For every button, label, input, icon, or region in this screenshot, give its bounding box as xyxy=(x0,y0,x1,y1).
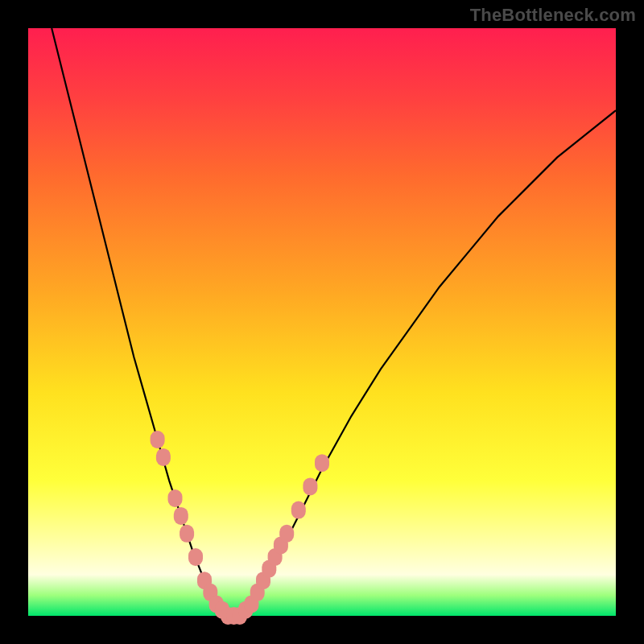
plot-area xyxy=(28,28,616,616)
curve-marker xyxy=(291,502,306,519)
curve-marker xyxy=(188,548,203,566)
curve-marker xyxy=(174,507,188,525)
curve-marker xyxy=(151,431,165,448)
chart-frame: TheBottleneck.com xyxy=(0,0,644,644)
watermark-text: TheBottleneck.com xyxy=(470,5,636,26)
curve-layer xyxy=(28,28,616,616)
curve-markers-group xyxy=(151,431,329,625)
curve-marker xyxy=(315,454,329,472)
curve-marker xyxy=(168,489,183,507)
curve-marker xyxy=(303,477,317,495)
curve-marker xyxy=(156,448,171,466)
bottleneck-curve xyxy=(52,28,616,616)
curve-marker xyxy=(279,525,294,543)
curve-marker xyxy=(180,525,194,543)
